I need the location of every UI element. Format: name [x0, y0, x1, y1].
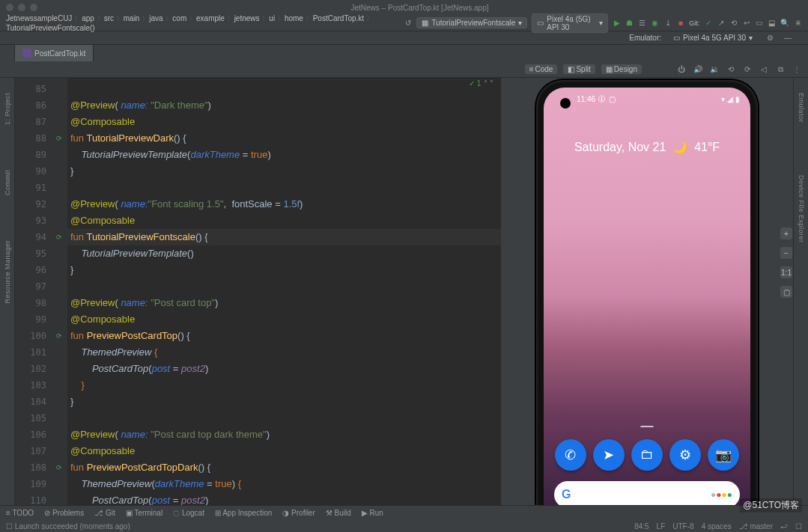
- zoom-reset-icon[interactable]: ▢: [780, 286, 792, 298]
- code-line[interactable]: fun PreviewPostCardTopDark() {: [67, 459, 501, 476]
- emu-volup-icon[interactable]: 🔊: [693, 64, 703, 75]
- breadcrumb-item[interactable]: home: [285, 14, 303, 22]
- coverage-icon[interactable]: ☰: [638, 18, 646, 28]
- emulator-device-dropdown[interactable]: ▭ Pixel 4a 5G API 30 ▾: [669, 34, 757, 42]
- bottom-tool-item[interactable]: ◌ Logcat: [173, 509, 204, 517]
- code-line[interactable]: @Preview( name:"Font scaling 1.5", fontS…: [67, 196, 501, 213]
- code-line[interactable]: fun TutorialPreviewDark() {: [67, 130, 501, 147]
- code-line[interactable]: [67, 278, 501, 295]
- status-indicator[interactable]: UTF-8: [672, 522, 693, 531]
- files-icon[interactable]: 🗀: [631, 439, 663, 471]
- git-rollback-icon[interactable]: ↩: [742, 18, 750, 28]
- app-drawer-hint-icon[interactable]: [640, 426, 654, 429]
- tool-commit[interactable]: Commit: [4, 170, 11, 195]
- emu-hide-icon[interactable]: —: [783, 33, 793, 43]
- zoom-window-icon[interactable]: [30, 4, 37, 11]
- code-line[interactable]: [67, 180, 501, 196]
- close-window-icon[interactable]: [6, 4, 13, 11]
- bottom-tool-item[interactable]: ⊞ App Inspection: [215, 509, 272, 517]
- code-line[interactable]: PostCardTop(post = post2): [67, 361, 501, 377]
- status-indicator[interactable]: ☐: [795, 522, 802, 531]
- breadcrumb-item[interactable]: java: [149, 14, 162, 22]
- run-gutter-icon[interactable]: ⟳: [54, 133, 64, 144]
- emu-screenshot-icon[interactable]: ⧉: [775, 64, 786, 75]
- bottom-tool-item[interactable]: ▶ Run: [362, 509, 383, 517]
- zoom-out-icon[interactable]: −: [780, 247, 792, 259]
- breadcrumb-item[interactable]: src: [104, 14, 114, 22]
- device-screen[interactable]: 11:46 🛈 ▢ ▾ ◢ ▮ Saturday, Nov 21 🌙 41°F …: [544, 88, 750, 522]
- breadcrumb-item[interactable]: example: [196, 14, 225, 22]
- sync-icon[interactable]: ↺: [404, 18, 412, 28]
- zoom-in-icon[interactable]: +: [780, 227, 792, 239]
- code-line[interactable]: }: [67, 377, 501, 394]
- status-indicator[interactable]: ⮐: [780, 522, 788, 531]
- run-gutter-icon[interactable]: ⟳: [54, 232, 64, 242]
- profiler-icon[interactable]: ◉: [651, 18, 659, 28]
- search-everywhere-icon[interactable]: 🔍: [780, 18, 789, 28]
- stop-icon[interactable]: ■: [676, 18, 684, 28]
- breadcrumb-item[interactable]: main: [124, 14, 140, 22]
- emu-rotate-right-icon[interactable]: ⟳: [742, 64, 753, 75]
- status-indicator[interactable]: 84:5: [634, 522, 648, 531]
- status-indicator[interactable]: LF: [657, 522, 666, 531]
- bottom-tool-item[interactable]: ⊘ Problems: [44, 509, 84, 517]
- git-history-icon[interactable]: ⟲: [729, 18, 738, 28]
- code-line[interactable]: @Preview( name: "Post card top dark them…: [67, 426, 501, 443]
- phone-icon[interactable]: ✆: [555, 439, 586, 471]
- run-config-selector[interactable]: ▦TutorialPreviewFontscale▾: [416, 17, 527, 28]
- device-selector[interactable]: ▭Pixel 4a (5G) API 30▾: [532, 13, 608, 33]
- home-weather-widget[interactable]: Saturday, Nov 21 🌙 41°F: [544, 140, 750, 154]
- code-line[interactable]: @Composable: [67, 213, 501, 229]
- messages-icon[interactable]: ➤: [593, 439, 625, 471]
- breadcrumb-item[interactable]: TutorialPreviewFontscale(): [6, 24, 95, 32]
- code-line[interactable]: }: [67, 262, 501, 278]
- camera-icon[interactable]: 📷: [708, 439, 739, 471]
- code-editor[interactable]: 8586878889909192939495969798991001011021…: [15, 78, 501, 531]
- view-split-button[interactable]: ◧ Split: [563, 64, 595, 74]
- status-indicator[interactable]: ⎇ master: [739, 522, 773, 531]
- code-text-area[interactable]: ✓ 1˄ ˅ @Preview( name: "Dark theme")@Com…: [67, 78, 501, 531]
- inspection-summary[interactable]: ✓ 1˄ ˅: [469, 79, 493, 88]
- bottom-tool-item[interactable]: ⚒ Build: [326, 509, 351, 517]
- breadcrumb-item[interactable]: app: [82, 14, 94, 22]
- google-search-bar[interactable]: G ●●●●: [554, 481, 740, 508]
- code-line[interactable]: fun PreviewPostCardTop() {: [67, 328, 501, 344]
- run-icon[interactable]: ▶: [613, 18, 621, 28]
- bottom-tool-item[interactable]: ⎇ Git: [94, 509, 115, 517]
- emu-voldown-icon[interactable]: 🔉: [709, 64, 720, 75]
- emu-power-icon[interactable]: ⏻: [676, 64, 687, 75]
- code-line[interactable]: TutorialPreviewTemplate(darkTheme = true…: [67, 147, 501, 163]
- assistant-icon[interactable]: ●●●●: [711, 489, 732, 500]
- sdk-manager-icon[interactable]: ⬓: [768, 18, 776, 28]
- attach-debugger-icon[interactable]: ⤓: [663, 18, 672, 28]
- code-line[interactable]: }: [67, 163, 501, 180]
- minimize-window-icon[interactable]: [18, 4, 25, 11]
- status-indicator[interactable]: 4 spaces: [702, 522, 732, 531]
- tool-device-file-explorer[interactable]: Device File Explorer: [798, 175, 805, 243]
- settings-icon[interactable]: ⛯: [794, 18, 802, 28]
- file-tab-postcardtop[interactable]: PostCardTop.kt: [15, 45, 94, 61]
- run-gutter-icon[interactable]: ⟳: [54, 462, 64, 473]
- bottom-tool-item[interactable]: ≡ TODO: [6, 509, 34, 517]
- view-design-button[interactable]: ▦ Design: [601, 64, 642, 74]
- run-gutter-icon[interactable]: ⟳: [54, 331, 64, 341]
- emu-back-icon[interactable]: ◁: [759, 64, 769, 75]
- code-line[interactable]: @Composable: [67, 114, 501, 130]
- bottom-tool-item[interactable]: ◑ Profiler: [282, 509, 315, 517]
- code-line[interactable]: @Preview( name: "Dark theme"): [67, 97, 501, 114]
- tool-emulator[interactable]: Emulator: [798, 93, 805, 123]
- debug-icon[interactable]: ☗: [625, 18, 634, 28]
- breadcrumb-item[interactable]: ui: [269, 14, 275, 22]
- bottom-tool-item[interactable]: ▣ Terminal: [126, 509, 162, 517]
- code-line[interactable]: [67, 81, 501, 97]
- avd-manager-icon[interactable]: ▭: [755, 18, 763, 28]
- git-update-icon[interactable]: ✓: [704, 18, 712, 28]
- code-line[interactable]: @Composable: [67, 311, 501, 328]
- code-line[interactable]: @Preview( name: "Post card top"): [67, 295, 501, 311]
- tool-resource-manager[interactable]: Resource Manager: [4, 240, 11, 304]
- breadcrumb-item[interactable]: JetnewssampleCUJ: [6, 14, 72, 22]
- zoom-fit-icon[interactable]: 1:1: [780, 266, 792, 278]
- breadcrumb-item[interactable]: com: [172, 14, 186, 22]
- git-push-icon[interactable]: ↗: [717, 18, 725, 28]
- view-code-button[interactable]: ≡ Code: [525, 64, 558, 74]
